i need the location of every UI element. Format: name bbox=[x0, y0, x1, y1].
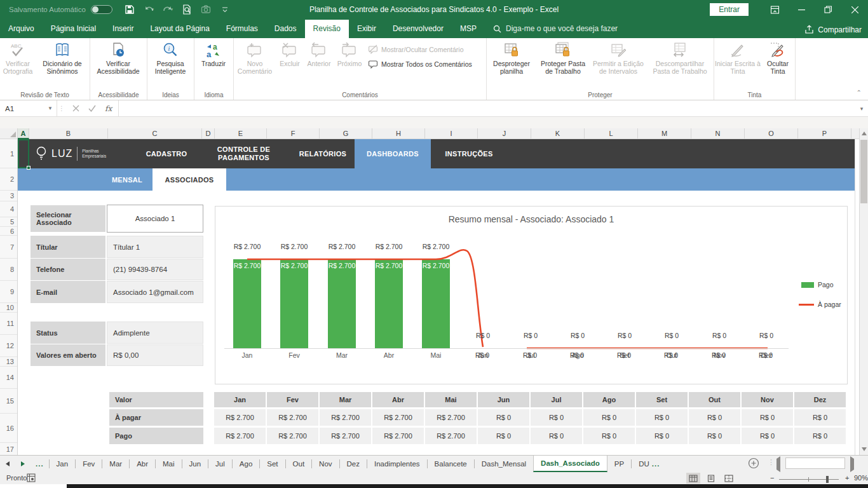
sheet-overflow-right[interactable]: ... bbox=[651, 456, 661, 472]
ribbon-display-options-button[interactable] bbox=[761, 0, 788, 19]
sheet-tab-mar[interactable]: Mar bbox=[102, 456, 129, 472]
selecionar-associado-dropdown[interactable]: Associado 1 bbox=[107, 205, 203, 233]
nav-tab-instrucoes[interactable]: INSTRUÇÕES bbox=[431, 139, 507, 168]
sheet-tab-mai[interactable]: Mai bbox=[156, 456, 182, 472]
macro-record-icon[interactable] bbox=[27, 473, 36, 484]
page-layout-view-button[interactable] bbox=[704, 473, 718, 484]
row-header-12[interactable]: 12 bbox=[0, 335, 17, 357]
column-header-h[interactable]: H bbox=[372, 128, 425, 139]
row-header-7[interactable]: 7 bbox=[0, 236, 17, 259]
selected-cell-a1[interactable] bbox=[18, 139, 29, 168]
sheet-tab-jul[interactable]: Jul bbox=[208, 456, 232, 472]
proteger-pasta-trabalho-button[interactable]: Proteger Pasta de Trabalho bbox=[536, 39, 590, 89]
tab-formulas[interactable]: Fórmulas bbox=[218, 20, 266, 38]
zoom-level[interactable]: 90% bbox=[854, 474, 868, 482]
autosave-toggle[interactable] bbox=[91, 5, 112, 14]
column-header-b[interactable]: B bbox=[29, 128, 108, 139]
tab-revisao[interactable]: Revisão bbox=[305, 20, 349, 38]
undo-button[interactable]: ▾ bbox=[140, 2, 157, 17]
vertical-scroll-thumb[interactable] bbox=[860, 140, 867, 203]
tab-msp[interactable]: MSP bbox=[452, 20, 485, 38]
row-header-3[interactable]: 3 bbox=[0, 191, 17, 201]
tab-exibir[interactable]: Exibir bbox=[349, 20, 384, 38]
mostrar-todos-comentarios-button[interactable]: Mostrar Todos os Comentários bbox=[369, 59, 472, 69]
column-header-c[interactable]: C bbox=[108, 128, 202, 139]
sheet-tab-dash-mensal[interactable]: Dash_Mensal bbox=[475, 456, 533, 472]
column-header-d[interactable]: D bbox=[202, 128, 215, 139]
enter-icon[interactable] bbox=[88, 105, 96, 112]
sheet-tab-pp[interactable]: PP bbox=[607, 456, 631, 472]
restore-button[interactable] bbox=[815, 0, 841, 19]
column-header-l[interactable]: L bbox=[585, 128, 638, 139]
tab-inserir[interactable]: Inserir bbox=[104, 20, 142, 38]
column-header-e[interactable]: E bbox=[215, 128, 267, 139]
sign-in-button[interactable]: Entrar bbox=[710, 3, 749, 16]
chart-card[interactable]: Resumo mensal - Associado: Associado 1 R… bbox=[215, 206, 848, 384]
sheet-tab-abr[interactable]: Abr bbox=[130, 456, 155, 472]
expand-formula-bar-icon[interactable]: ▾ bbox=[855, 100, 868, 116]
subtab-mensal[interactable]: MENSAL bbox=[102, 168, 153, 191]
tab-pagina-inicial[interactable]: Página Inicial bbox=[43, 20, 104, 38]
row-header-1[interactable]: 1 bbox=[0, 139, 17, 168]
verificar-acessibilidade-button[interactable]: Verificar Acessibilidade bbox=[90, 39, 146, 89]
save-button[interactable] bbox=[121, 2, 138, 17]
sheet-nav-prev-button[interactable] bbox=[0, 456, 15, 472]
row-header-4[interactable]: 4 bbox=[0, 201, 17, 217]
sheet-tab-jan[interactable]: Jan bbox=[50, 456, 76, 472]
traduzir-button[interactable]: aa Traduzir bbox=[194, 39, 233, 89]
name-box-dropdown-icon[interactable]: ▼ bbox=[48, 105, 53, 111]
row-header-10[interactable]: 10 bbox=[0, 303, 17, 313]
sheet-tab-balancete[interactable]: Balancete bbox=[428, 456, 474, 472]
sheet-tab-ago[interactable]: Ago bbox=[233, 456, 259, 472]
vertical-scrollbar[interactable] bbox=[859, 128, 868, 455]
redo-dropdown[interactable]: ▾ bbox=[171, 7, 173, 12]
subtab-associados[interactable]: ASSOCIADOS bbox=[153, 168, 226, 191]
row-header-2[interactable]: 2 bbox=[0, 168, 17, 191]
sheet-tab-dash-associado[interactable]: Dash_Associado bbox=[533, 456, 607, 472]
dicionario-sinonimos-button[interactable]: Dicionário de Sinônimos bbox=[36, 39, 89, 89]
zoom-in-button[interactable]: + bbox=[845, 474, 849, 482]
select-all-corner[interactable] bbox=[0, 128, 18, 139]
zoom-slider-thumb[interactable] bbox=[826, 476, 829, 483]
insert-function-icon[interactable]: fx bbox=[105, 104, 112, 113]
page-break-view-button[interactable] bbox=[722, 473, 736, 484]
desproteger-planilha-button[interactable]: Desproteger planilha bbox=[487, 39, 536, 89]
sheet-tab-jun[interactable]: Jun bbox=[182, 456, 208, 472]
normal-view-button[interactable] bbox=[686, 473, 700, 484]
tab-arquivo[interactable]: Arquivo bbox=[0, 20, 43, 38]
pesquisa-inteligente-button[interactable]: i Pesquisa Inteligente bbox=[147, 39, 193, 89]
column-header-k[interactable]: K bbox=[531, 128, 585, 139]
name-box[interactable]: A1 ▼ bbox=[0, 100, 57, 116]
sheet-tab-nov[interactable]: Nov bbox=[312, 456, 339, 472]
zoom-slider-track[interactable] bbox=[779, 479, 839, 480]
column-header-j[interactable]: J bbox=[478, 128, 531, 139]
sheet-tab-fev[interactable]: Fev bbox=[76, 456, 102, 472]
tab-dados[interactable]: Dados bbox=[266, 20, 305, 38]
nav-tab-controle-de-pagamentos[interactable]: CONTROLE DE PAGAMENTOS bbox=[204, 139, 283, 168]
share-button[interactable]: Compartilhar bbox=[804, 25, 862, 34]
row-header-9[interactable]: 9 bbox=[0, 281, 17, 303]
tab-bar-splitter[interactable]: ⋮ bbox=[768, 458, 775, 466]
sheet-nav-next-button[interactable] bbox=[15, 456, 31, 472]
sheet-tab-du[interactable]: DU bbox=[632, 456, 651, 472]
redo-button[interactable]: ▾ bbox=[159, 2, 176, 17]
row-header-14[interactable]: 14 bbox=[0, 367, 17, 389]
column-header-i[interactable]: I bbox=[425, 128, 478, 139]
scroll-down-button[interactable] bbox=[860, 444, 868, 454]
row-header-5[interactable]: 5 bbox=[0, 217, 17, 227]
scroll-up-button[interactable] bbox=[860, 128, 868, 139]
tab-desenvolvedor[interactable]: Desenvolvedor bbox=[384, 20, 452, 38]
customize-qat-button[interactable] bbox=[217, 2, 233, 17]
row-header-11[interactable]: 11 bbox=[0, 313, 17, 335]
sheet-overflow-button[interactable]: ... bbox=[31, 456, 49, 472]
tab-layout-da-pagina[interactable]: Layout da Página bbox=[142, 20, 217, 38]
sheet-tab-out[interactable]: Out bbox=[286, 456, 312, 472]
tell-me-box[interactable]: Diga-me o que você deseja fazer bbox=[485, 20, 626, 38]
sheet-tab-set[interactable]: Set bbox=[260, 456, 285, 472]
nav-tab-relatorios[interactable]: RELATÓRIOS bbox=[291, 139, 355, 168]
undo-dropdown[interactable]: ▾ bbox=[152, 7, 154, 12]
h-scroll-left-button[interactable] bbox=[776, 459, 780, 470]
row-header-15[interactable]: 15 bbox=[0, 389, 17, 414]
new-sheet-button[interactable] bbox=[747, 457, 760, 470]
formula-input[interactable] bbox=[119, 100, 855, 116]
